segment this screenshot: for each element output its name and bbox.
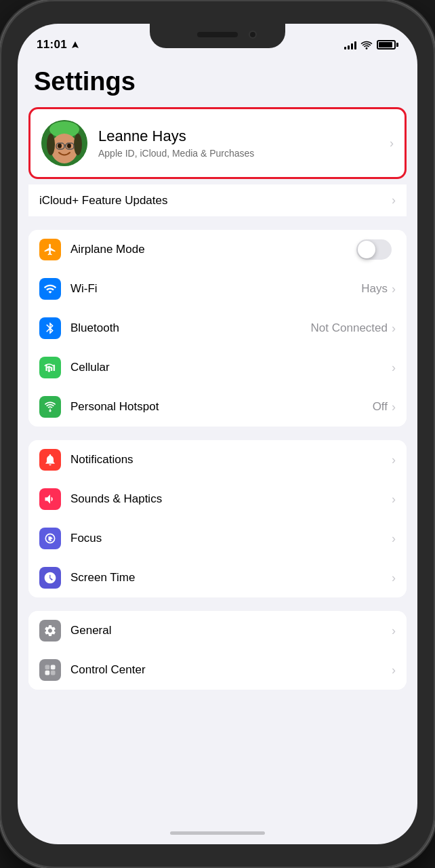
svg-point-3 bbox=[47, 134, 55, 155]
notifications-icon bbox=[39, 449, 61, 471]
svg-point-4 bbox=[74, 134, 82, 155]
notifications-row[interactable]: Notifications › bbox=[28, 440, 407, 479]
svg-point-14 bbox=[49, 410, 51, 412]
airplane-mode-toggle[interactable] bbox=[356, 239, 392, 260]
general-chevron: › bbox=[392, 624, 396, 638]
svg-rect-12 bbox=[51, 367, 53, 371]
airplane-mode-row[interactable]: Airplane Mode bbox=[28, 230, 407, 269]
status-icons bbox=[344, 40, 398, 50]
icloud-section: iCloud+ Feature Updates › bbox=[28, 184, 407, 216]
phone-screen: 11:01 bbox=[18, 24, 417, 844]
profile-subtitle: Apple ID, iCloud, Media & Purchases bbox=[98, 148, 379, 159]
profile-info: Leanne Hays Apple ID, iCloud, Media & Pu… bbox=[98, 127, 379, 159]
notifications-label: Notifications bbox=[70, 453, 392, 467]
focus-label: Focus bbox=[70, 532, 392, 545]
svg-point-6 bbox=[67, 144, 71, 149]
svg-rect-10 bbox=[45, 364, 47, 371]
sounds-chevron: › bbox=[392, 492, 396, 507]
icloud-row[interactable]: iCloud+ Feature Updates › bbox=[28, 184, 407, 216]
svg-rect-16 bbox=[51, 665, 56, 670]
general-row[interactable]: General › bbox=[28, 611, 407, 650]
notch bbox=[150, 24, 285, 48]
svg-point-5 bbox=[58, 144, 62, 149]
control-center-icon bbox=[39, 659, 61, 681]
front-camera bbox=[249, 31, 257, 39]
settings-content: Settings bbox=[18, 56, 417, 821]
sounds-icon bbox=[39, 488, 61, 510]
phone-frame: 11:01 bbox=[0, 0, 435, 868]
screen-time-row[interactable]: Screen Time › bbox=[28, 558, 407, 597]
sounds-label: Sounds & Haptics bbox=[70, 492, 392, 506]
hotspot-icon bbox=[39, 396, 61, 418]
focus-icon bbox=[39, 528, 61, 549]
svg-rect-15 bbox=[45, 665, 50, 670]
bluetooth-label: Bluetooth bbox=[70, 321, 311, 335]
signal-icon bbox=[344, 40, 356, 50]
focus-row[interactable]: Focus › bbox=[28, 519, 407, 558]
location-arrow-icon bbox=[71, 41, 79, 49]
battery-icon bbox=[377, 40, 398, 50]
hotspot-value: Off bbox=[373, 400, 388, 414]
profile-name: Leanne Hays bbox=[98, 127, 379, 145]
icloud-chevron: › bbox=[392, 193, 396, 208]
screen-time-label: Screen Time bbox=[70, 571, 392, 585]
home-indicator bbox=[18, 821, 417, 844]
avatar bbox=[41, 120, 87, 166]
airplane-mode-icon bbox=[39, 239, 61, 260]
speaker bbox=[197, 32, 238, 37]
general-label: General bbox=[70, 624, 392, 637]
bluetooth-icon bbox=[39, 317, 61, 339]
profile-row[interactable]: Leanne Hays Apple ID, iCloud, Media & Pu… bbox=[28, 107, 407, 179]
cellular-row[interactable]: Cellular › bbox=[28, 348, 407, 387]
sounds-haptics-row[interactable]: Sounds & Haptics › bbox=[28, 479, 407, 519]
icloud-label: iCloud+ Feature Updates bbox=[39, 194, 392, 208]
wifi-icon bbox=[360, 40, 373, 50]
bluetooth-value: Not Connected bbox=[311, 321, 388, 335]
general-icon bbox=[39, 620, 61, 642]
page-title: Settings bbox=[18, 56, 417, 107]
airplane-mode-label: Airplane Mode bbox=[70, 243, 356, 256]
notifications-chevron: › bbox=[392, 453, 396, 467]
hotspot-chevron: › bbox=[392, 400, 396, 414]
cellular-icon bbox=[39, 357, 61, 378]
svg-point-2 bbox=[51, 134, 78, 163]
notifications-group: Notifications › Sounds & Haptics › bbox=[28, 440, 407, 597]
svg-rect-17 bbox=[45, 671, 50, 675]
connectivity-group: Airplane Mode Wi-Fi Hays › bbox=[28, 230, 407, 427]
cellular-label: Cellular bbox=[70, 361, 392, 374]
bluetooth-row[interactable]: Bluetooth Not Connected › bbox=[28, 309, 407, 348]
control-center-label: Control Center bbox=[70, 663, 392, 677]
general-group: General › Control Center › bbox=[28, 611, 407, 690]
svg-rect-18 bbox=[51, 671, 56, 675]
screen-time-icon bbox=[39, 567, 61, 589]
profile-chevron: › bbox=[390, 136, 394, 151]
control-center-chevron: › bbox=[392, 663, 396, 677]
bluetooth-chevron: › bbox=[392, 321, 396, 336]
wifi-value: Hays bbox=[361, 282, 388, 296]
avatar-image bbox=[41, 120, 87, 166]
wifi-row[interactable]: Wi-Fi Hays › bbox=[28, 269, 407, 309]
hotspot-label: Personal Hotspot bbox=[70, 400, 373, 414]
control-center-row[interactable]: Control Center › bbox=[28, 650, 407, 690]
wifi-label: Wi-Fi bbox=[70, 282, 361, 296]
wifi-chevron: › bbox=[392, 282, 396, 296]
wifi-settings-icon bbox=[39, 278, 61, 300]
cellular-chevron: › bbox=[392, 361, 396, 375]
status-time: 11:01 bbox=[37, 38, 67, 52]
personal-hotspot-row[interactable]: Personal Hotspot Off › bbox=[28, 387, 407, 427]
svg-rect-11 bbox=[48, 366, 50, 372]
svg-rect-13 bbox=[54, 365, 56, 371]
screen-time-chevron: › bbox=[392, 571, 396, 585]
focus-chevron: › bbox=[392, 532, 396, 546]
